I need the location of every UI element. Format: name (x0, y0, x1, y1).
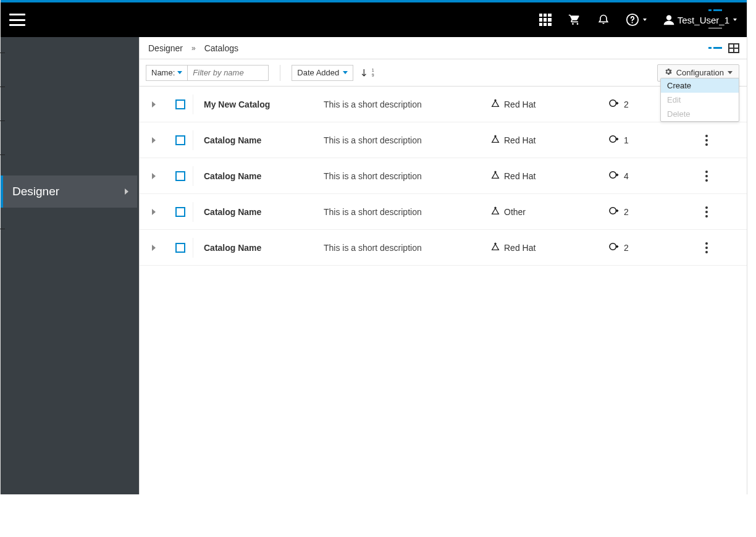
count-icon (608, 98, 619, 111)
catalog-platform: Other (490, 206, 608, 218)
platform-icon (490, 170, 500, 182)
catalog-name[interactable]: Catalog Name (200, 207, 324, 217)
svg-point-15 (495, 243, 497, 245)
catalog-description: This is a short description (324, 207, 490, 217)
divider (193, 238, 193, 258)
kebab-icon[interactable] (694, 171, 719, 182)
svg-point-11 (495, 171, 497, 173)
svg-point-3 (631, 22, 632, 23)
divider (193, 202, 193, 222)
count-value: 2 (624, 243, 629, 253)
menu-item-edit: Edit (661, 93, 739, 107)
svg-point-8 (610, 100, 616, 107)
divider (193, 130, 193, 150)
platform-label: Other (504, 207, 526, 217)
user-icon (663, 14, 675, 26)
list-row: Catalog Name This is a short description… (140, 194, 747, 230)
catalog-name[interactable]: Catalog Name (200, 171, 324, 181)
sort-select[interactable]: Date Added (292, 65, 353, 81)
svg-point-1 (576, 23, 578, 25)
count-icon (608, 169, 619, 182)
bell-icon[interactable] (597, 13, 610, 27)
row-checkbox[interactable] (175, 207, 185, 217)
breadcrumb-sep-icon: » (191, 44, 196, 53)
catalog-name[interactable]: My New Catalog (200, 99, 324, 109)
row-checkbox[interactable] (175, 171, 185, 181)
catalog-count: 1 (608, 133, 694, 146)
svg-point-12 (610, 172, 616, 179)
divider (193, 95, 193, 114)
catalog-count: 2 (608, 205, 694, 218)
hamburger-icon[interactable] (9, 14, 25, 26)
catalog-name[interactable]: Catalog Name (200, 135, 324, 145)
chevron-down-icon (343, 71, 348, 74)
catalog-description: This is a short description (324, 243, 490, 253)
sort-order-toggle[interactable]: 19 (361, 67, 377, 78)
catalog-platform: Red Hat (490, 98, 608, 110)
catalog-platform: Red Hat (490, 170, 608, 182)
catalog-platform: Red Hat (490, 242, 608, 253)
help-icon (626, 13, 639, 27)
platform-icon (490, 206, 500, 218)
sidebar-item-label: Designer (12, 185, 59, 198)
expand-icon[interactable] (152, 173, 156, 179)
kebab-icon[interactable] (694, 135, 719, 146)
breadcrumb-item[interactable]: Designer (148, 43, 183, 53)
row-checkbox[interactable] (175, 243, 185, 253)
menu-item-delete: Delete (661, 107, 739, 121)
count-icon (608, 205, 619, 218)
name-filter: Name: (146, 65, 269, 81)
divider (280, 65, 280, 81)
help-menu[interactable] (626, 13, 647, 27)
breadcrumb: Designer » Catalogs (148, 43, 238, 53)
platform-label: Red Hat (504, 243, 536, 253)
kebab-icon[interactable] (694, 206, 719, 218)
expand-icon[interactable] (152, 245, 156, 251)
expand-icon[interactable] (152, 137, 156, 143)
svg-point-10 (610, 136, 616, 143)
sidebar: Designer (1, 37, 139, 494)
gear-icon (664, 67, 673, 78)
platform-label: Red Hat (504, 171, 536, 181)
configuration-menu: Create Edit Delete (660, 78, 739, 122)
catalog-platform: Red Hat (490, 134, 608, 146)
expand-icon[interactable] (152, 209, 156, 215)
catalog-list: My New Catalog This is a short descripti… (140, 87, 747, 266)
chevron-down-icon (728, 71, 733, 74)
filter-input[interactable] (188, 66, 268, 80)
list-row: Catalog Name This is a short description… (140, 122, 747, 158)
breadcrumb-item[interactable]: Catalogs (204, 43, 238, 53)
count-value: 2 (624, 207, 629, 217)
count-icon (608, 133, 619, 146)
grid-view-icon[interactable] (728, 43, 739, 53)
platform-label: Red Hat (504, 135, 536, 145)
platform-icon (490, 98, 500, 110)
apps-grid-icon[interactable] (539, 14, 552, 26)
filter-type-select[interactable]: Name: (146, 66, 188, 80)
row-checkbox[interactable] (175, 99, 185, 109)
configuration-label: Configuration (676, 68, 724, 77)
chevron-down-icon (177, 71, 182, 74)
expand-icon[interactable] (152, 101, 156, 108)
divider (193, 166, 193, 186)
kebab-icon[interactable] (694, 242, 719, 253)
svg-point-14 (610, 208, 616, 214)
top-nav: Test_User_1 (1, 2, 747, 37)
svg-point-16 (610, 243, 616, 250)
row-checkbox[interactable] (175, 135, 185, 145)
sort-label: Date Added (297, 68, 339, 77)
catalog-description: This is a short description (324, 135, 490, 145)
catalog-count: 2 (608, 241, 694, 254)
cart-icon[interactable] (568, 14, 581, 26)
svg-text:1: 1 (372, 68, 374, 72)
sidebar-item-designer[interactable]: Designer (2, 175, 137, 208)
svg-point-9 (495, 135, 497, 137)
platform-icon (490, 134, 500, 146)
list-row: Catalog Name This is a short description… (140, 230, 747, 266)
menu-item-create[interactable]: Create (661, 78, 739, 93)
filter-label: Name: (151, 68, 175, 77)
breadcrumb-bar: Designer » Catalogs (140, 37, 747, 59)
count-value: 2 (624, 99, 629, 109)
svg-point-4 (666, 15, 671, 20)
catalog-name[interactable]: Catalog Name (200, 243, 324, 253)
